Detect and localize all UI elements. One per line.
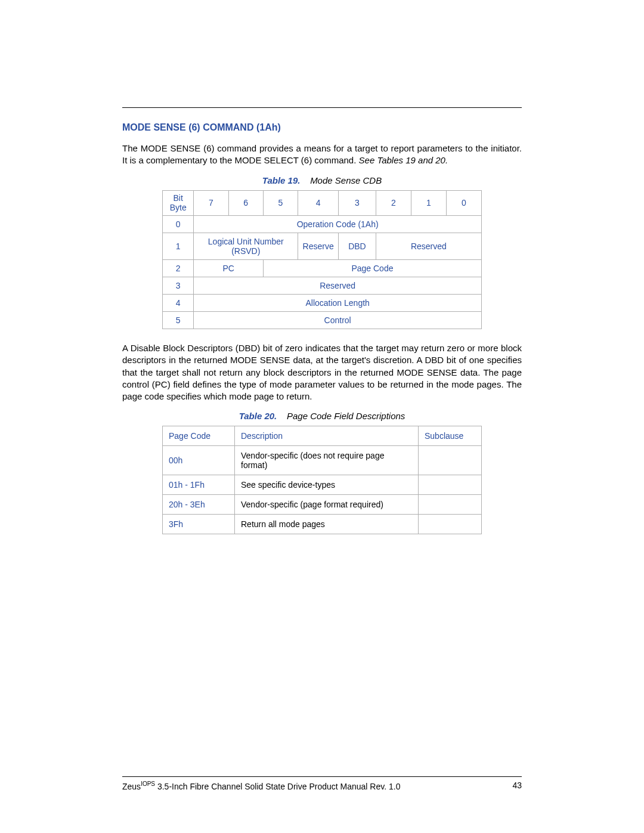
bit-header: 6 [228,190,263,216]
reserved-cell: Reserved [376,233,481,260]
byte-index: 3 [163,277,194,295]
pagecode-cell: 00h [163,446,235,475]
table-row: 3Fh Return all mode pages [163,515,482,534]
table19: Bit Byte 7 6 5 4 3 2 1 0 0 Operation Cod… [162,190,482,330]
page: MODE SENSE (6) COMMAND (1Ah) The MODE SE… [0,0,644,833]
pagecode-cell: 3Fh [163,515,235,534]
sub-cell [419,475,482,495]
pagecode-cell: 01h - 1Fh [163,475,235,495]
pagecode-cell: Page Code [263,260,481,277]
footer-product-sup: IOPS [141,781,155,787]
table-row: Page Code Description Subclause [163,426,482,446]
table20: Page Code Description Subclause 00h Vend… [162,426,482,534]
bit-header: 4 [298,190,339,216]
table-row: 00h Vendor-specific (does not require pa… [163,446,482,475]
table-row: 20h - 3Eh Vendor-specific (page format r… [163,495,482,515]
dbd-cell: DBD [339,233,376,260]
corner-byte: Byte [165,203,191,213]
corner-bit: Bit [165,193,191,203]
footer-line: ZeusIOPS 3.5-Inch Fibre Channel Solid St… [122,781,522,791]
bit-header: 2 [376,190,411,216]
bit-header: 0 [446,190,481,216]
footer-product: ZeusIOPS 3.5-Inch Fibre Channel Solid St… [122,781,400,791]
byte-index: 4 [163,295,194,312]
table20-title: Page Code Field Descriptions [287,411,405,421]
table19-wrap: Bit Byte 7 6 5 4 3 2 1 0 0 Operation Cod… [122,190,522,330]
desc-cell: See specific device-types [235,475,419,495]
control-cell: Control [194,312,482,329]
footer: ZeusIOPS 3.5-Inch Fibre Channel Solid St… [122,776,522,791]
table-row: 2 PC Page Code [163,260,482,277]
table-row: 5 Control [163,312,482,329]
bit-header: 7 [194,190,228,216]
footer-product-pre: Zeus [122,782,141,791]
pagecode-cell: 20h - 3Eh [163,495,235,515]
byte-index: 2 [163,260,194,277]
bit-header: 5 [263,190,298,216]
footer-product-post: 3.5-Inch Fibre Channel Solid State Drive… [155,782,400,791]
opcode-cell: Operation Code (1Ah) [194,216,482,233]
table19-label: Table 19. [262,175,301,185]
byte-index: 1 [163,233,194,260]
see-reference: See Tables 19 and 20. [359,155,448,165]
intro-text: The MODE SENSE (6) command provides a me… [122,143,522,165]
footer-rule [122,776,522,777]
footer-page-number: 43 [512,781,522,791]
reserved2-cell: Reserved [194,277,482,295]
table20-wrap: Page Code Description Subclause 00h Vend… [122,426,522,534]
top-rule [122,107,522,108]
table20-caption: Table 20. Page Code Field Descriptions [122,411,522,421]
reserve-cell: Reserve [298,233,339,260]
table-row: 4 Allocation Length [163,295,482,312]
desc-cell: Return all mode pages [235,515,419,534]
col-description: Description [235,426,419,446]
table-row: 01h - 1Fh See specific device-types [163,475,482,495]
table-row: Bit Byte 7 6 5 4 3 2 1 0 [163,190,482,216]
byte-index: 5 [163,312,194,329]
sub-cell [419,495,482,515]
table19-caption: Table 19. Mode Sense CDB [122,175,522,185]
sub-cell [419,515,482,534]
desc-cell: Vendor-specific (page format required) [235,495,419,515]
col-subclause: Subclause [419,426,482,446]
table19-title: Mode Sense CDB [310,175,382,185]
corner-cell: Bit Byte [163,190,194,216]
bit-header: 3 [339,190,376,216]
table-row: 0 Operation Code (1Ah) [163,216,482,233]
dbd-paragraph: A Disable Block Descriptors (DBD) bit of… [122,342,522,402]
section-heading: MODE SENSE (6) COMMAND (1Ah) [122,122,522,133]
col-pagecode: Page Code [163,426,235,446]
table-row: 3 Reserved [163,277,482,295]
table20-label: Table 20. [239,411,277,421]
bit-header: 1 [411,190,446,216]
byte-index: 0 [163,216,194,233]
lun-cell: Logical Unit Number (RSVD) [194,233,298,260]
pc-cell: PC [194,260,264,277]
desc-cell: Vendor-specific (does not require page f… [235,446,419,475]
table-row: 1 Logical Unit Number (RSVD) Reserve DBD… [163,233,482,260]
intro-paragraph: The MODE SENSE (6) command provides a me… [122,143,522,167]
alloc-cell: Allocation Length [194,295,482,312]
sub-cell [419,446,482,475]
